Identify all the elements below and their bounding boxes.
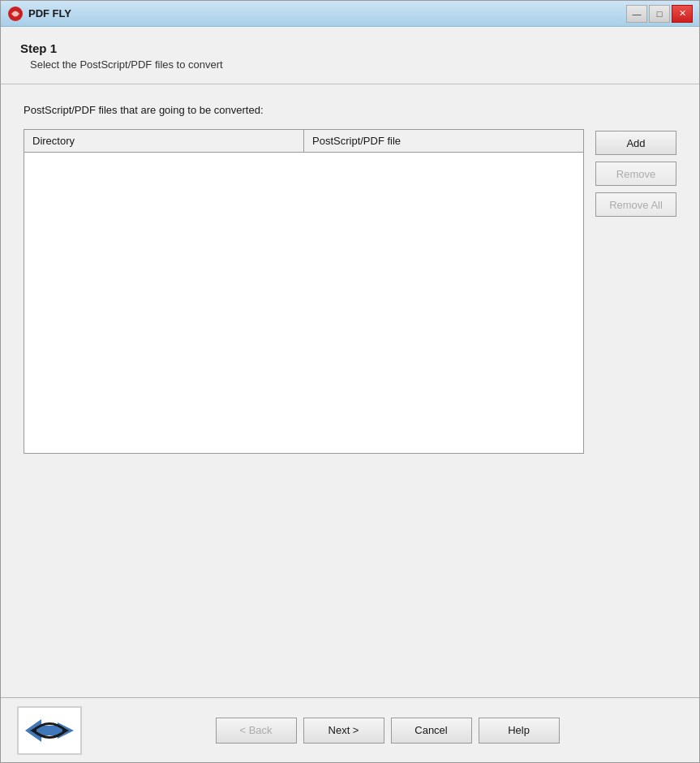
files-area: Directory PostScript/PDF file Add Remove… [24,129,676,678]
step-number: Step 1 [20,41,680,55]
table-body [24,153,583,453]
step-description: Select the PostScript/PDF files to conve… [30,58,680,71]
app-icon [7,6,24,22]
minimize-button[interactable]: — [626,5,647,23]
back-button[interactable]: < Back [216,718,297,744]
column-file: PostScript/PDF file [304,130,583,152]
next-button[interactable]: Next > [303,718,384,744]
window-title: PDF FLY [28,7,626,19]
window-controls: — □ ✕ [626,5,693,23]
file-table: Directory PostScript/PDF file [24,129,584,454]
main-content: PostScript/PDF files that are going to b… [1,84,699,697]
help-button[interactable]: Help [479,718,560,744]
app-logo [17,706,82,755]
remove-button[interactable]: Remove [595,162,676,186]
title-bar: PDF FLY — □ ✕ [1,1,699,27]
remove-all-button[interactable]: Remove All [595,192,676,217]
files-section-label: PostScript/PDF files that are going to b… [24,104,676,116]
cancel-button[interactable]: Cancel [391,718,472,744]
close-button[interactable]: ✕ [672,5,693,23]
footer: < Back Next > Cancel Help [1,697,699,762]
logo-icon [25,713,74,748]
side-buttons: Add Remove Remove All [595,129,676,678]
main-window: PDF FLY — □ ✕ Step 1 Select the PostScri… [0,0,700,763]
table-header: Directory PostScript/PDF file [24,130,583,153]
maximize-button[interactable]: □ [649,5,670,23]
footer-nav: < Back Next > Cancel Help [92,718,683,744]
content-area: Step 1 Select the PostScript/PDF files t… [1,27,699,697]
column-directory: Directory [24,130,304,152]
add-button[interactable]: Add [595,131,676,155]
step-header: Step 1 Select the PostScript/PDF files t… [1,27,699,84]
